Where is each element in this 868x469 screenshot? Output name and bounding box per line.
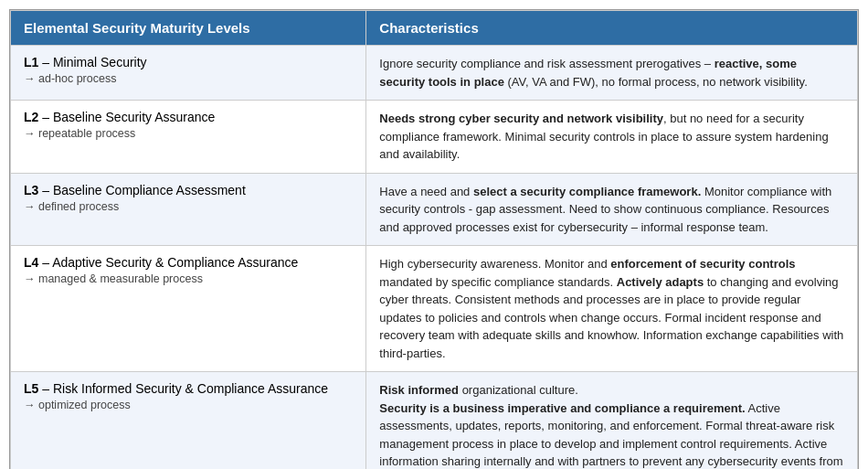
table-row: L1 – Minimal Security→ ad-hoc processIgn… xyxy=(11,46,858,101)
characteristics-cell-l4: High cybersecurity awareness. Monitor an… xyxy=(366,246,858,372)
level-cell-l3: L3 – Baseline Compliance Assessment→ def… xyxy=(11,173,366,246)
level-cell-l4: L4 – Adaptive Security & Compliance Assu… xyxy=(11,246,366,372)
level-name: L2 – Baseline Security Assurance xyxy=(24,110,353,124)
maturity-table: Elemental Security Maturity Levels Chara… xyxy=(9,9,859,469)
level-process: → repeatable process xyxy=(24,127,353,140)
col-header-characteristics: Characteristics xyxy=(366,11,858,46)
level-cell-l1: L1 – Minimal Security→ ad-hoc process xyxy=(11,46,366,101)
table-row: L3 – Baseline Compliance Assessment→ def… xyxy=(11,173,858,246)
characteristics-cell-l3: Have a need and select a security compli… xyxy=(366,173,858,246)
level-name: L4 – Adaptive Security & Compliance Assu… xyxy=(24,255,353,270)
table-row: L5 – Risk Informed Security & Compliance… xyxy=(11,372,858,470)
level-name: L1 – Minimal Security xyxy=(24,55,353,69)
level-process: → managed & measurable process xyxy=(24,272,353,285)
level-process: → ad-hoc process xyxy=(24,72,353,85)
table-row: L2 – Baseline Security Assurance→ repeat… xyxy=(11,101,858,174)
level-name: L5 – Risk Informed Security & Compliance… xyxy=(24,381,353,396)
characteristics-cell-l1: Ignore security compliance and risk asse… xyxy=(366,46,858,101)
level-cell-l5: L5 – Risk Informed Security & Compliance… xyxy=(11,372,366,470)
col-header-levels: Elemental Security Maturity Levels xyxy=(11,11,366,46)
characteristics-cell-l5: Risk informed organizational culture.Sec… xyxy=(366,372,858,470)
level-name: L3 – Baseline Compliance Assessment xyxy=(24,183,353,197)
level-process: → defined process xyxy=(24,200,353,213)
level-cell-l2: L2 – Baseline Security Assurance→ repeat… xyxy=(11,101,366,174)
characteristics-cell-l2: Needs strong cyber security and network … xyxy=(366,101,858,174)
table-row: L4 – Adaptive Security & Compliance Assu… xyxy=(11,246,858,372)
level-process: → optimized process xyxy=(24,399,353,411)
